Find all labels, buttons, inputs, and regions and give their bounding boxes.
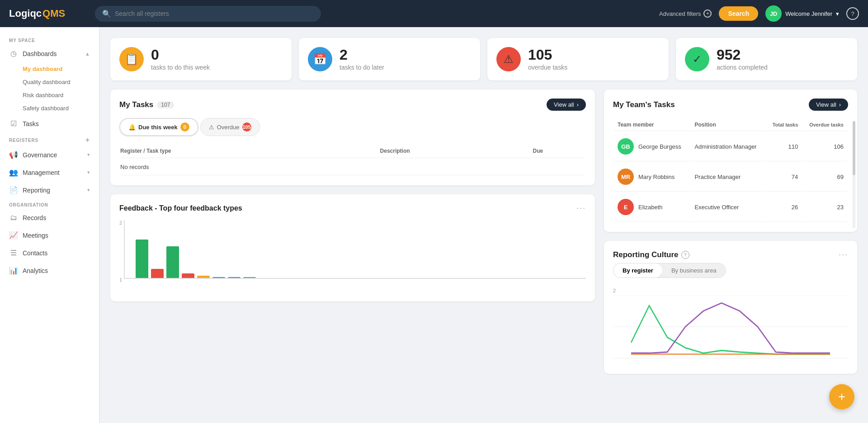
tab-overdue[interactable]: ⚠ Overdue 105 <box>200 118 260 136</box>
right-column: My Team's Tasks View all › Team member P… <box>604 89 857 383</box>
sidebar-item-analytics[interactable]: 📊 Analytics <box>0 262 99 279</box>
my-tasks-title: My Tasks <box>119 100 153 109</box>
search-button[interactable]: Search <box>719 6 758 21</box>
sidebar-item-contacts[interactable]: ☰ Contacts <box>0 244 99 262</box>
my-tasks-panel: My Tasks 107 View all › 🔔 Due this week … <box>110 89 595 185</box>
stat-icon-tasks_this_week: 📋 <box>119 47 144 71</box>
sidebar-subitem-my-dashboard[interactable]: My dashboard <box>0 62 99 75</box>
tab-label-due_this_week: Due this week <box>138 124 178 131</box>
stat-text-tasks_later: 2 tasks to do later <box>340 47 384 71</box>
feedback-panel: Feedback - Top four feedback types ··· 2… <box>110 194 595 301</box>
sidebar-item-tasks[interactable]: ☑ Tasks <box>0 115 99 132</box>
teams-tasks-view-all-button[interactable]: View all › <box>809 99 848 111</box>
reporting-label: Reporting <box>23 187 50 194</box>
member-total-tasks: 74 <box>766 162 802 192</box>
management-chevron-icon: ▾ <box>87 169 90 175</box>
meetings-icon: 📈 <box>9 231 18 240</box>
stat-number-tasks_this_week: 0 <box>151 47 210 62</box>
member-name: Elizabeth <box>638 204 662 211</box>
user-chevron-down-icon: ▾ <box>836 10 839 17</box>
sidebar-subitem-risk-dashboard[interactable]: Risk dashboard <box>0 89 99 102</box>
sidebar-item-dashboards[interactable]: ◷ Dashboards ▲ <box>0 45 99 62</box>
col-overdue-tasks: Overdue tasks <box>802 119 847 131</box>
sidebar-subitem-safety-dashboard[interactable]: Safety dashboard <box>0 102 99 115</box>
col-team-member: Team member <box>614 119 690 131</box>
member-position: Executive Officer <box>691 193 765 222</box>
registers-label: REGISTERS + <box>0 132 99 146</box>
nav-right: Advanced filters + Search JD Welcome Jen… <box>659 5 859 22</box>
sidebar-item-governance[interactable]: 📢 Governance ▾ <box>0 146 99 164</box>
help-icon[interactable]: ? <box>846 7 859 20</box>
feedback-title: Feedback - Top four feedback types <box>119 204 242 212</box>
tab-due_this_week[interactable]: 🔔 Due this week 0 <box>119 118 198 136</box>
member-avatar: E <box>618 199 634 215</box>
member-avatar: GB <box>618 138 634 155</box>
reporting-icon: 📄 <box>9 186 18 194</box>
stat-label-actions_completed: actions completed <box>717 64 768 71</box>
sidebar-item-records[interactable]: 🗂 Records <box>0 209 99 226</box>
member-avatar: MR <box>618 169 634 185</box>
reporting-culture-dots-menu[interactable]: ··· <box>839 250 848 259</box>
team-member-cell[interactable]: MR Mary Robbins <box>614 162 690 192</box>
sidebar-item-reporting[interactable]: 📄 Reporting ▾ <box>0 181 99 199</box>
member-total-tasks: 110 <box>766 132 802 161</box>
toggle-by-business-area-button[interactable]: By business area <box>662 263 726 277</box>
search-icon: 🔍 <box>102 9 111 18</box>
chart-bar <box>197 276 210 278</box>
stat-card-overdue_tasks[interactable]: ⚠ 105 overdue tasks <box>487 38 669 80</box>
tab-badge-due_this_week: 0 <box>180 122 189 132</box>
stat-number-tasks_later: 2 <box>340 47 384 62</box>
tab-badge-overdue: 105 <box>242 122 251 132</box>
chart-bar <box>166 246 179 278</box>
my-tasks-view-all-button[interactable]: View all › <box>547 99 586 111</box>
reporting-culture-help-icon[interactable]: ? <box>681 251 689 259</box>
stat-card-tasks_later[interactable]: 📅 2 tasks to do later <box>299 38 480 80</box>
chart-bar <box>212 277 225 278</box>
col-description: Description <box>380 144 532 158</box>
reporting-culture-panel: Reporting Culture ? ··· By register By b… <box>604 241 857 374</box>
sidebar-item-management[interactable]: 👥 Management ▾ <box>0 164 99 181</box>
sidebar-item-meetings[interactable]: 📈 Meetings <box>0 226 99 244</box>
stat-card-actions_completed[interactable]: ✓ 952 actions completed <box>676 38 857 80</box>
logo-logiqc: Logiqc <box>9 8 42 19</box>
stat-number-overdue_tasks: 105 <box>528 47 567 62</box>
toggle-buttons: By register By business area <box>613 263 726 278</box>
advanced-filters[interactable]: Advanced filters + <box>659 9 712 18</box>
my-tasks-count: 107 <box>157 101 174 108</box>
tasks-table: Register / Task type Description Due No … <box>119 143 586 176</box>
member-position: Practice Manager <box>691 162 765 192</box>
toggle-by-register-button[interactable]: By register <box>613 263 662 277</box>
tasks-label: Tasks <box>23 120 39 127</box>
fab-button[interactable]: + <box>829 384 854 409</box>
main-content: 📋 0 tasks to do this week 📅 2 tasks to d… <box>99 27 868 423</box>
analytics-label: Analytics <box>23 267 48 274</box>
stat-text-tasks_this_week: 0 tasks to do this week <box>151 47 210 71</box>
team-member-cell[interactable]: E Elizabeth <box>614 193 690 222</box>
search-bar[interactable]: 🔍 <box>95 6 321 22</box>
analytics-icon: 📊 <box>9 266 18 275</box>
col-total-tasks: Total tasks <box>766 119 802 131</box>
contacts-label: Contacts <box>23 249 47 257</box>
chart-bar <box>228 277 241 278</box>
meetings-label: Meetings <box>23 232 48 239</box>
table-row: E Elizabeth Executive Officer 26 23 <box>614 193 847 222</box>
member-overdue-tasks: 69 <box>802 162 847 192</box>
scroll-track <box>853 121 855 228</box>
organisation-label: ORGANISATION <box>0 199 99 209</box>
registers-add-icon[interactable]: + <box>85 136 90 144</box>
no-records-text: No records <box>120 159 585 175</box>
team-member-cell[interactable]: GB George Burgess <box>614 132 690 161</box>
teams-tasks-title: My Team's Tasks <box>613 100 675 109</box>
governance-icon: 📢 <box>9 150 18 159</box>
stat-icon-actions_completed: ✓ <box>685 47 709 71</box>
user-greeting: Welcome Jennifer <box>785 10 832 17</box>
search-input[interactable] <box>115 10 314 17</box>
stat-label-tasks_later: tasks to do later <box>340 64 384 71</box>
stat-icon-overdue_tasks: ⚠ <box>496 47 521 71</box>
governance-label: Governance <box>23 151 57 159</box>
user-info[interactable]: JD Welcome Jennifer ▾ <box>765 5 839 22</box>
stat-card-tasks_this_week[interactable]: 📋 0 tasks to do this week <box>110 38 292 80</box>
feedback-dots-menu[interactable]: ··· <box>576 203 586 213</box>
sidebar-subitem-quality-dashboard[interactable]: Quality dashboard <box>0 75 99 89</box>
reporting-culture-chart: 2 <box>613 283 848 365</box>
